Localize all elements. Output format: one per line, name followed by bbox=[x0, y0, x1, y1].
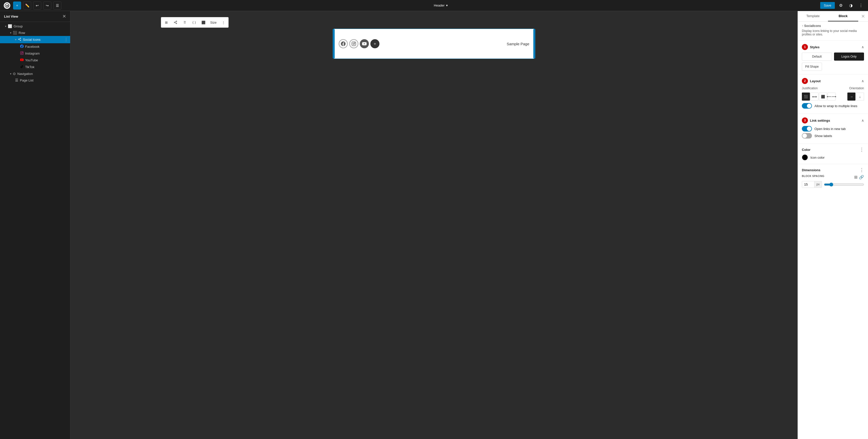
tab-block[interactable]: Block bbox=[828, 11, 858, 21]
sidebar-item-facebook[interactable]: Facebook bbox=[0, 43, 70, 50]
wp-logo-circle: W bbox=[4, 2, 10, 9]
social-icons-desc: Display icons linking to your social med… bbox=[802, 29, 864, 36]
header-label[interactable]: Header ▾ bbox=[434, 3, 448, 7]
svg-point-12 bbox=[176, 23, 177, 24]
content-block: ＋ Sample Page bbox=[334, 29, 534, 59]
styles-title: Styles bbox=[810, 45, 819, 49]
orient-vertical-button[interactable]: ↓ bbox=[856, 93, 864, 101]
spacing-unit[interactable]: px bbox=[814, 181, 822, 188]
sidebar-item-social-icons[interactable]: ▾ Social Icons ⋮ bbox=[0, 36, 70, 43]
canvas-facebook-icon[interactable] bbox=[339, 39, 348, 48]
show-labels-toggle-knob bbox=[802, 133, 807, 138]
wrap-label: Allow to wrap to multiple lines bbox=[814, 104, 858, 108]
spacing-input[interactable]: 15 bbox=[802, 181, 814, 188]
svg-point-16 bbox=[353, 43, 354, 44]
align-left-button[interactable]: ⬛ bbox=[199, 18, 208, 27]
more-options-icon[interactable]: ⋮ bbox=[64, 37, 68, 42]
dimensions-title: Dimensions bbox=[802, 168, 820, 172]
align-stretch-button[interactable]: ⟵⟶ bbox=[828, 93, 836, 101]
svg-line-13 bbox=[175, 23, 176, 23]
svg-line-5 bbox=[19, 39, 20, 40]
more-options-button[interactable]: ⋮ bbox=[219, 18, 228, 27]
redo-button[interactable]: ↪ bbox=[43, 1, 51, 9]
share-toolbar-icon[interactable] bbox=[171, 18, 180, 27]
styles-grid: Default Logos Only bbox=[802, 53, 864, 61]
save-button[interactable]: Save bbox=[820, 2, 835, 9]
instagram-label: Instagram bbox=[25, 52, 68, 55]
svg-point-11 bbox=[174, 22, 175, 23]
chevron-icon: ▾ bbox=[15, 38, 17, 41]
new-tab-toggle[interactable] bbox=[802, 126, 812, 131]
contrast-icon[interactable]: ◑ bbox=[847, 1, 855, 9]
canvas-instagram-icon[interactable] bbox=[349, 39, 358, 48]
undo-button[interactable]: ↩ bbox=[33, 1, 41, 9]
resize-handle-left[interactable] bbox=[333, 29, 335, 59]
link-settings-header: 3 Link settings ∧ bbox=[802, 118, 864, 123]
wp-logo[interactable]: W bbox=[3, 1, 11, 9]
instagram-icon bbox=[20, 51, 24, 56]
styles-toggle[interactable]: ∧ bbox=[862, 45, 864, 49]
topbar-center: Header ▾ bbox=[63, 3, 818, 7]
canvas-area: ⊞ ⠿ ⟨ ⟩ ⬛ Size ⋮ bbox=[70, 11, 798, 439]
social-icons-row: ＋ bbox=[339, 39, 379, 48]
color-row: Icon color bbox=[802, 154, 864, 160]
spacing-row: 15 px bbox=[802, 181, 864, 188]
link-icon[interactable]: 🔗 bbox=[859, 175, 864, 180]
icon-color-swatch[interactable] bbox=[802, 154, 808, 160]
canvas-add-icon[interactable]: ＋ bbox=[370, 39, 379, 48]
add-block-button[interactable]: ＋ bbox=[13, 1, 21, 9]
style-default-button[interactable]: Default bbox=[802, 53, 832, 61]
layout-toggle[interactable]: ∧ bbox=[862, 79, 864, 83]
navigation-icon: ⊙ bbox=[13, 72, 16, 76]
orientation-label: Orientation bbox=[849, 87, 864, 90]
panel-top: Template Block ✕ bbox=[798, 11, 868, 22]
link-settings-toggle[interactable]: ∧ bbox=[862, 118, 864, 122]
navigation-label: Navigation bbox=[17, 72, 68, 76]
canvas-youtube-icon[interactable] bbox=[360, 39, 369, 48]
sidebar-item-tiktok[interactable]: TikTok bbox=[0, 64, 70, 70]
block-toolbar: ⊞ ⠿ ⟨ ⟩ ⬛ Size ⋮ bbox=[161, 17, 228, 28]
svg-point-8 bbox=[21, 53, 23, 54]
orient-horizontal-button[interactable]: → bbox=[847, 93, 856, 101]
list-view-button[interactable]: ☰ bbox=[53, 1, 61, 9]
more-options-icon[interactable]: ⋮ bbox=[857, 1, 865, 9]
show-labels-toggle[interactable] bbox=[802, 133, 812, 138]
sidebar-item-youtube[interactable]: YouTube bbox=[0, 57, 70, 64]
sidebar-item-page-list[interactable]: ☰ Page List bbox=[0, 77, 70, 84]
resize-handle-right[interactable] bbox=[533, 29, 535, 59]
size-button[interactable]: Size bbox=[208, 18, 218, 27]
color-options-button[interactable]: ⋮ bbox=[860, 147, 864, 152]
tab-template[interactable]: Template bbox=[798, 11, 828, 21]
style-pill-button[interactable]: Pill Shape bbox=[802, 63, 822, 71]
layout-justification-row: Justification Orientation bbox=[802, 87, 864, 90]
show-labels-toggle-row: Show labels bbox=[802, 133, 864, 138]
block-type-button[interactable]: ⊞ bbox=[162, 18, 171, 27]
align-left-button[interactable]: ⬛ bbox=[802, 93, 810, 101]
sidebar-item-instagram[interactable]: Instagram bbox=[0, 50, 70, 57]
main-layout: List View ✕ ▾ ⬜ Group ▾ ⬛ Row ▾ bbox=[0, 11, 868, 439]
styles-number: 1 bbox=[802, 44, 808, 50]
edit-button[interactable]: ✏️ bbox=[23, 1, 31, 9]
settings-icon[interactable]: ⚙ bbox=[837, 1, 845, 9]
sidebar-item-row[interactable]: ▾ ⬛ Row bbox=[0, 29, 70, 36]
link-settings-title: Link settings bbox=[810, 119, 830, 122]
svg-line-6 bbox=[19, 38, 20, 39]
navigate-button[interactable]: ⟨ ⟩ bbox=[190, 18, 199, 27]
svg-rect-15 bbox=[352, 42, 356, 46]
align-right-button[interactable]: ⬛ bbox=[819, 93, 827, 101]
style-logos-only-button[interactable]: Logos Only bbox=[834, 53, 864, 61]
svg-line-14 bbox=[175, 22, 176, 22]
align-center-button[interactable]: ⟺ bbox=[810, 93, 818, 101]
drag-handle[interactable]: ⠿ bbox=[180, 18, 189, 27]
sidebar-item-navigation[interactable]: ▾ ⊙ Navigation bbox=[0, 70, 70, 77]
sidebar-item-group[interactable]: ▾ ⬜ Group bbox=[0, 23, 70, 29]
panel-close-button[interactable]: ✕ bbox=[858, 11, 868, 21]
layout-number: 2 bbox=[802, 78, 808, 84]
dimensions-options-button[interactable]: ⋮ bbox=[860, 168, 864, 172]
sidebar-close-button[interactable]: ✕ bbox=[62, 14, 66, 19]
wrap-toggle[interactable] bbox=[802, 103, 812, 108]
grid-icon[interactable]: ⊞ bbox=[854, 175, 858, 180]
social-icons-label: Social Icons bbox=[23, 38, 63, 41]
spacing-slider[interactable] bbox=[824, 183, 864, 187]
chevron-icon: ▾ bbox=[5, 25, 6, 28]
